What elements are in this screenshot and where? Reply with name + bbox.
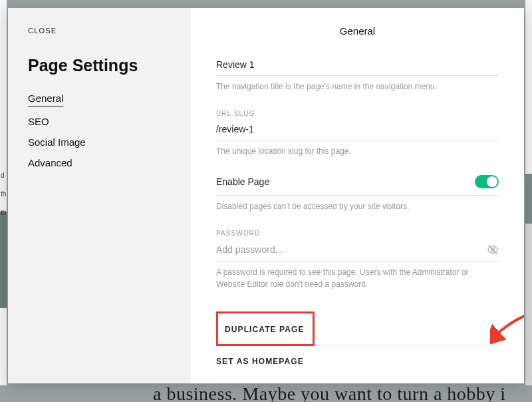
sidebar-item-social-image[interactable]: Social Image — [28, 136, 86, 148]
sidebar: CLOSE Page Settings General SEO Social I… — [8, 8, 191, 383]
page-settings-modal: CLOSE Page Settings General SEO Social I… — [8, 8, 524, 383]
background-sliver-right — [525, 0, 532, 385]
password-helper: A password is required to see this page.… — [216, 267, 499, 290]
sidebar-item-seo[interactable]: SEO — [28, 116, 49, 127]
toggle-knob — [487, 176, 497, 187]
url-slug-helper: The unique location slug for this page. — [216, 146, 499, 157]
sidebar-item-advanced[interactable]: Advanced — [28, 157, 72, 168]
page-actions: DUPLICATE PAGE SET AS HOMEPAGE DELETE PA… — [216, 307, 499, 383]
sidebar-item-general[interactable]: General — [28, 93, 63, 106]
background-text-bottom: a business. Maybe you want to turn a hob… — [153, 383, 506, 402]
url-slug-input[interactable] — [216, 124, 499, 134]
password-label: PASSWORD — [216, 230, 499, 237]
password-input[interactable] — [216, 244, 481, 255]
delete-page-button[interactable]: DELETE PAGE — [216, 377, 499, 383]
navigation-title-field: The navigation title is the page's name … — [216, 59, 499, 93]
sidebar-nav: General SEO Social Image Advanced — [28, 93, 171, 168]
duplicate-page-button[interactable]: DUPLICATE PAGE — [225, 325, 305, 334]
password-field: PASSWORD A password is required to see t… — [216, 230, 499, 290]
main-panel: General The navigation title is the page… — [191, 8, 524, 383]
close-button[interactable]: CLOSE — [28, 27, 171, 35]
navigation-title-helper: The navigation title is the page's name … — [216, 81, 499, 93]
enable-page-toggle[interactable] — [475, 175, 499, 188]
url-slug-label: URL SLUG — [216, 110, 499, 117]
enable-page-field: Enable Page Disabled pages can't be acce… — [216, 175, 499, 212]
enable-page-helper: Disabled pages can't be accessed by your… — [216, 201, 499, 212]
visibility-off-icon[interactable] — [487, 244, 499, 256]
navigation-title-input[interactable] — [216, 59, 499, 70]
url-slug-field: URL SLUG The unique location slug for th… — [216, 110, 499, 157]
set-as-homepage-button[interactable]: SET AS HOMEPAGE — [216, 346, 499, 377]
panel-heading: General — [216, 25, 499, 37]
enable-page-label: Enable Page — [216, 176, 269, 187]
background-sliver-left: d th th — [0, 0, 7, 385]
annotation-highlight-box: DUPLICATE PAGE — [216, 311, 315, 346]
sidebar-title: Page Settings — [28, 56, 171, 75]
